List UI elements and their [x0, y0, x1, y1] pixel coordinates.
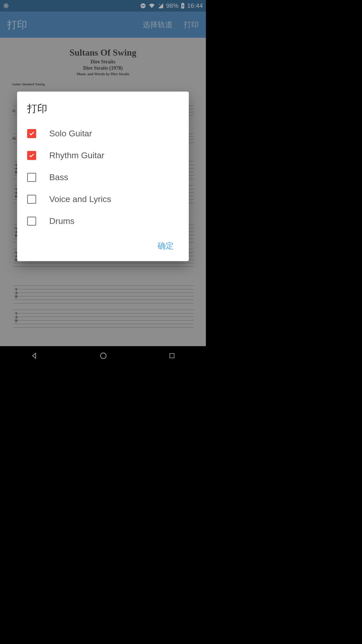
track-option-label: Bass — [49, 172, 68, 182]
track-option-voice-lyrics[interactable]: Voice and Lyrics — [27, 188, 179, 210]
dialog-title: 打印 — [27, 102, 179, 115]
svg-point-7 — [101, 353, 106, 359]
checkbox-unchecked-icon — [27, 195, 36, 204]
checkbox-checked-icon — [27, 151, 36, 160]
print-tracks-dialog: 打印 Solo Guitar Rhythm Guitar Bass Voice … — [17, 92, 189, 261]
track-option-rhythm-guitar[interactable]: Rhythm Guitar — [27, 144, 179, 166]
android-nav-bar — [0, 346, 206, 366]
track-option-drums[interactable]: Drums — [27, 210, 179, 232]
screen: × 98% 16:44 打印 选择轨道 打印 Sultans Of Swing … — [0, 0, 206, 366]
track-option-label: Drums — [49, 216, 74, 226]
dialog-footer: 确定 — [27, 232, 179, 255]
svg-rect-8 — [170, 353, 174, 358]
nav-back-button[interactable] — [31, 352, 38, 360]
checkbox-unchecked-icon — [27, 217, 36, 226]
track-option-label: Rhythm Guitar — [49, 150, 104, 160]
track-option-bass[interactable]: Bass — [27, 166, 179, 188]
track-option-solo-guitar[interactable]: Solo Guitar — [27, 123, 179, 144]
nav-recent-button[interactable] — [169, 352, 175, 360]
track-option-label: Voice and Lyrics — [49, 194, 111, 204]
ok-button[interactable]: 确定 — [153, 237, 179, 255]
checkbox-checked-icon — [27, 129, 36, 138]
track-option-label: Solo Guitar — [49, 129, 92, 138]
nav-home-button[interactable] — [100, 352, 107, 360]
checkbox-unchecked-icon — [27, 173, 36, 182]
